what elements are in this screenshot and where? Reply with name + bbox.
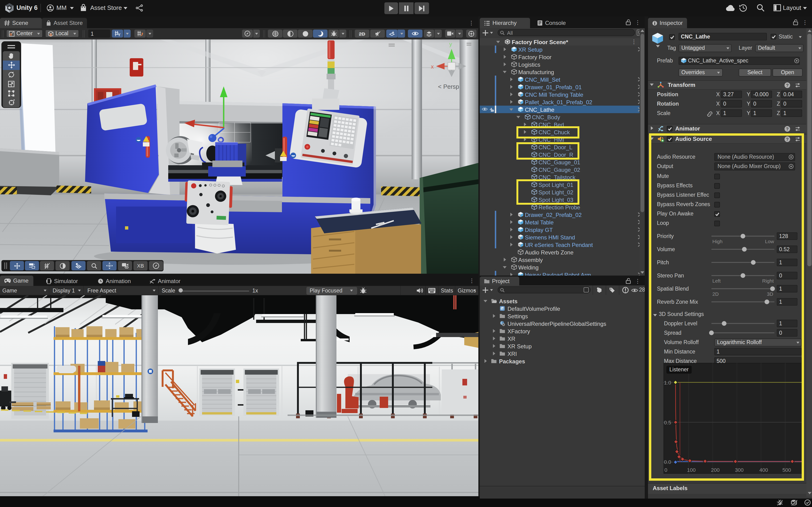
svg-text:< Persp: < Persp xyxy=(438,83,459,90)
svg-text:y: y xyxy=(449,41,452,47)
svg-text:x: x xyxy=(431,63,434,70)
svg-text:Y: Y xyxy=(118,33,120,37)
svg-text:?: ? xyxy=(786,83,789,88)
svg-text:?: ? xyxy=(786,126,789,131)
